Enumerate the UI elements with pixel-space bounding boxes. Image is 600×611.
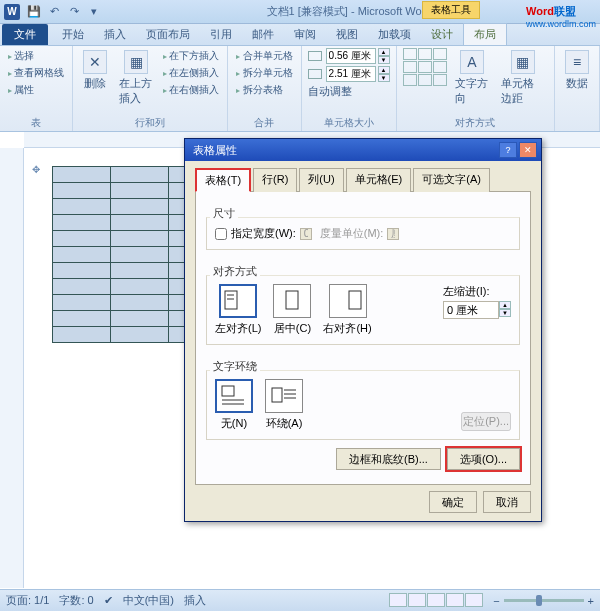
spin-down[interactable]: ▼ — [499, 309, 511, 317]
tab-references[interactable]: 引用 — [200, 24, 242, 45]
tab-file[interactable]: 文件 — [2, 24, 48, 45]
tab-insert[interactable]: 插入 — [94, 24, 136, 45]
spin-down[interactable]: ▼ — [378, 74, 390, 82]
table-anchor-icon[interactable]: ✥ — [32, 164, 40, 175]
tab-alttext[interactable]: 可选文字(A) — [413, 168, 490, 192]
autofit-button[interactable]: 自动调整 — [308, 84, 352, 99]
status-spellcheck-icon[interactable]: ✔ — [104, 594, 113, 607]
wrap-none-option[interactable]: 无(N) — [215, 379, 253, 431]
indent-input[interactable] — [443, 301, 499, 319]
insert-left-button[interactable]: 在左侧插入 — [161, 65, 221, 81]
dialog-titlebar[interactable]: 表格属性 ? ✕ — [185, 139, 541, 161]
delete-icon: ✕ — [83, 50, 107, 74]
spin-up[interactable]: ▲ — [378, 48, 390, 56]
tab-row[interactable]: 行(R) — [253, 168, 297, 192]
tab-view[interactable]: 视图 — [326, 24, 368, 45]
align-center-option[interactable]: 居中(C) — [273, 284, 311, 336]
insert-above-button[interactable]: ▦在上方插入 — [115, 48, 157, 108]
tab-review[interactable]: 审阅 — [284, 24, 326, 45]
status-bar: 页面: 1/1 字数: 0 ✔ 中文(中国) 插入 −+ — [0, 589, 600, 611]
merge-cells-button[interactable]: 合并单元格 — [234, 48, 294, 64]
cell-margins-button[interactable]: ▦单元格边距 — [497, 48, 548, 108]
cancel-button[interactable]: 取消 — [483, 491, 531, 513]
group-label: 合并 — [234, 115, 294, 131]
delete-button[interactable]: ✕删除 — [79, 48, 111, 93]
split-cells-button[interactable]: 拆分单元格 — [234, 65, 294, 81]
ok-button[interactable]: 确定 — [429, 491, 477, 513]
align-grid[interactable] — [403, 48, 447, 86]
tab-column[interactable]: 列(U) — [299, 168, 343, 192]
wrap-around-option[interactable]: 环绕(A) — [265, 379, 303, 431]
tab-layout[interactable]: 布局 — [463, 23, 507, 45]
status-language[interactable]: 中文(中国) — [123, 593, 174, 608]
zoom-slider[interactable] — [504, 599, 584, 602]
save-icon[interactable]: 💾 — [26, 4, 42, 20]
tab-home[interactable]: 开始 — [52, 24, 94, 45]
data-icon: ≡ — [565, 50, 589, 74]
spin-down[interactable]: ▼ — [378, 56, 390, 64]
options-button[interactable]: 选项(O)... — [447, 448, 520, 470]
col-width-icon — [308, 69, 322, 79]
properties-button[interactable]: 属性 — [6, 82, 66, 98]
borders-shading-button[interactable]: 边框和底纹(B)... — [336, 448, 441, 470]
spin-up[interactable]: ▲ — [378, 66, 390, 74]
zoom-control[interactable]: −+ — [493, 595, 594, 607]
insert-below-button[interactable]: 在下方插入 — [161, 48, 221, 64]
help-button[interactable]: ? — [499, 142, 517, 158]
document-title: 文档1 [兼容模式] - Microsoft Word — [102, 4, 596, 19]
specify-width-checkbox[interactable] — [215, 228, 227, 240]
fieldset-size: 尺寸 指定宽度(W): 度量单位(M): — [206, 200, 520, 250]
undo-icon[interactable]: ↶ — [46, 4, 62, 20]
cell-margins-icon: ▦ — [511, 50, 535, 74]
fieldset-wrap: 文字环绕 无(N) 环绕(A) 定位(P)... — [206, 353, 520, 440]
view-gridlines-button[interactable]: 查看网格线 — [6, 65, 66, 81]
align-right-option[interactable]: 右对齐(H) — [323, 284, 371, 336]
group-alignment: A文字方向 ▦单元格边距 对齐方式 — [397, 46, 555, 131]
text-direction-button[interactable]: A文字方向 — [451, 48, 493, 108]
status-words[interactable]: 字数: 0 — [59, 593, 93, 608]
svg-rect-0 — [225, 291, 237, 309]
tab-mailings[interactable]: 邮件 — [242, 24, 284, 45]
ribbon-tabs: 文件 开始 插入 页面布局 引用 邮件 审阅 视图 加载项 设计 布局 — [0, 24, 600, 46]
close-button[interactable]: ✕ — [519, 142, 537, 158]
svg-rect-3 — [286, 291, 298, 309]
specify-width-label: 指定宽度(W): — [231, 226, 296, 241]
group-cell-size: ▲▼ ▲▼ 自动调整 单元格大小 — [302, 46, 397, 131]
view-buttons[interactable] — [388, 593, 483, 609]
group-label: 对齐方式 — [403, 115, 548, 131]
split-table-button[interactable]: 拆分表格 — [234, 82, 294, 98]
select-button[interactable]: 选择 — [6, 48, 66, 64]
width-input — [300, 228, 312, 240]
insert-right-button[interactable]: 在右侧插入 — [161, 82, 221, 98]
spin-up[interactable]: ▲ — [499, 301, 511, 309]
group-label: 单元格大小 — [308, 115, 390, 131]
row-height-input[interactable] — [326, 48, 376, 64]
group-merge: 合并单元格 拆分单元格 拆分表格 合并 — [228, 46, 301, 131]
dialog-title: 表格属性 — [189, 143, 497, 158]
fieldset-alignment: 对齐方式 左对齐(L) 居中(C) 右对齐(H) 左缩进(I): ▲▼ — [206, 258, 520, 345]
word-app-icon: W — [4, 4, 20, 20]
zoom-in-icon[interactable]: + — [588, 595, 594, 607]
dialog-panel: 尺寸 指定宽度(W): 度量单位(M): 对齐方式 左对齐(L) — [195, 192, 531, 485]
indent-label: 左缩进(I): — [443, 284, 511, 299]
unit-select — [387, 228, 399, 240]
wrap-legend: 文字环绕 — [210, 359, 260, 374]
vertical-ruler[interactable] — [0, 148, 24, 588]
watermark: Word联盟 www.wordlm.com — [526, 2, 596, 29]
tab-cell[interactable]: 单元格(E) — [346, 168, 412, 192]
group-label — [561, 129, 593, 131]
tab-design[interactable]: 设计 — [421, 24, 463, 45]
data-button[interactable]: ≡数据 — [561, 48, 593, 93]
tab-table[interactable]: 表格(T) — [195, 168, 251, 192]
text-direction-icon: A — [460, 50, 484, 74]
tab-pagelayout[interactable]: 页面布局 — [136, 24, 200, 45]
zoom-out-icon[interactable]: − — [493, 595, 499, 607]
status-page[interactable]: 页面: 1/1 — [6, 593, 49, 608]
redo-icon[interactable]: ↷ — [66, 4, 82, 20]
tab-addins[interactable]: 加载项 — [368, 24, 421, 45]
qat-dropdown-icon[interactable]: ▾ — [86, 4, 102, 20]
align-left-option[interactable]: 左对齐(L) — [215, 284, 261, 336]
status-insert-mode[interactable]: 插入 — [184, 593, 206, 608]
group-label: 表 — [6, 115, 66, 131]
col-width-input[interactable] — [326, 66, 376, 82]
